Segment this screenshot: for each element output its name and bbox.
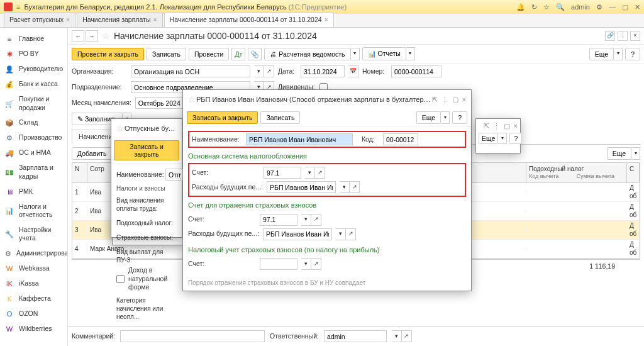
open-icon[interactable]: ↗ [315, 167, 325, 179]
dropdown-arrow[interactable]: ▾ [351, 48, 360, 60]
tax-acct-field[interactable] [260, 258, 297, 270]
sidebar-item[interactable]: 🔧Настройки учета [0, 223, 67, 246]
sidebar-item[interactable]: OOZON [0, 306, 67, 321]
settings-icon[interactable]: ⚙ [596, 3, 602, 11]
open-icon[interactable]: ↗ [350, 181, 360, 193]
dropdown-icon[interactable]: ▾ [336, 228, 346, 240]
attach-icon[interactable]: 📎 [248, 48, 262, 60]
sidebar-item[interactable]: 📊Налоги и отчетность [0, 199, 67, 223]
user-name[interactable]: admin [571, 3, 590, 11]
date-field[interactable] [301, 65, 345, 77]
sidebar-item[interactable]: ✱РО BY [0, 47, 67, 62]
maximize-icon[interactable]: ▢ [622, 3, 628, 11]
more-button[interactable]: Еще [589, 48, 614, 60]
grid-more-button[interactable]: Еще [607, 147, 631, 160]
post-button[interactable]: Провести [189, 48, 229, 60]
close-icon[interactable]: × [325, 16, 328, 25]
sidebar-item[interactable]: ККаффеста [0, 291, 67, 306]
bell-icon[interactable]: 🔔 [516, 3, 525, 11]
help-button[interactable]: ? [452, 111, 467, 124]
back-button[interactable]: ← [72, 30, 84, 42]
dropdown-arrow[interactable]: ▾ [406, 47, 415, 60]
rbp-field[interactable] [267, 181, 336, 193]
dropdown-icon[interactable]: ▾ [254, 65, 264, 77]
sidebar-item[interactable]: 💵Зарплата и кадры [0, 160, 67, 184]
col-tax[interactable]: Подоходный налог [529, 165, 624, 173]
name-field[interactable] [165, 169, 184, 181]
sidebar-item[interactable]: ⚙Производство [0, 130, 67, 145]
maximize-icon[interactable]: ▢ [504, 121, 510, 130]
close-icon[interactable]: × [462, 95, 466, 104]
dropdown-arrow[interactable]: ▾ [498, 133, 507, 144]
close-icon[interactable]: × [153, 16, 157, 25]
sidebar-item[interactable]: 💰Банк и касса [0, 77, 67, 92]
close-doc-icon[interactable]: × [630, 31, 640, 41]
num-field[interactable] [391, 65, 441, 77]
dropdown-arrow[interactable]: ▾ [631, 147, 640, 160]
dropdown-arrow[interactable]: ▾ [614, 48, 623, 60]
help-button[interactable]: ? [625, 48, 640, 60]
menu-icon[interactable]: ≡ [16, 3, 20, 11]
forward-button[interactable]: → [86, 30, 98, 42]
add-button[interactable]: Добавить [72, 147, 112, 160]
maximize-icon[interactable]: ▢ [452, 95, 458, 104]
dropdown-icon[interactable]: ▾ [392, 330, 402, 342]
sidebar-item[interactable]: 🚚ОС и НМА [0, 145, 67, 160]
history-icon[interactable]: ↻ [531, 3, 537, 11]
write-close-button[interactable]: Записать и закрыть [114, 140, 179, 160]
close-icon[interactable]: ✕ [635, 3, 640, 11]
tab-0[interactable]: Расчет отпускных× [4, 13, 75, 27]
tab-1[interactable]: Начисления зарплаты× [77, 13, 162, 27]
payslip-button[interactable]: 🖨 Расчетная ведомость [264, 48, 350, 60]
acct-field[interactable] [264, 167, 301, 179]
code-field[interactable] [383, 133, 418, 145]
sidebar-item[interactable]: 📦Склад [0, 115, 67, 130]
write-button[interactable]: Записать [147, 48, 186, 60]
col-n[interactable]: N [72, 163, 87, 182]
star-icon[interactable]: ☆ [543, 3, 550, 11]
write-button[interactable]: Записать [260, 111, 300, 124]
open-icon[interactable]: ↗ [264, 65, 274, 77]
more-icon[interactable]: ⋮ [618, 31, 628, 41]
open-icon[interactable]: ↗ [346, 228, 356, 240]
help-button[interactable]: ? [509, 133, 522, 144]
sidebar-item[interactable]: 👤Руководителю [0, 62, 67, 77]
open-icon[interactable]: ↗ [402, 330, 412, 342]
sidebar-item[interactable]: iKiKassa [0, 276, 67, 291]
dropdown-icon[interactable]: ▾ [305, 167, 315, 179]
favorite-icon[interactable]: ☆ [188, 94, 196, 105]
search-icon[interactable]: 🔍 [556, 3, 565, 11]
post-close-button[interactable]: Провести и закрыть [72, 48, 144, 60]
sidebar-item[interactable]: WWebkassa [0, 261, 67, 276]
new-window-icon[interactable]: ⇱ [432, 95, 438, 104]
month-field[interactable] [135, 97, 186, 109]
dropdown-arrow[interactable]: ▾ [441, 111, 450, 124]
dropdown-icon[interactable]: ▾ [301, 258, 311, 270]
minimize-icon[interactable]: — [609, 3, 616, 11]
new-window-icon[interactable]: ⇱ [484, 121, 489, 130]
ins-rbp-field[interactable] [263, 228, 332, 240]
open-icon[interactable]: ↗ [311, 214, 321, 226]
dropdown-icon[interactable]: ▾ [340, 181, 350, 193]
sidebar-item[interactable]: 🖥РМК [0, 184, 67, 199]
comment-field[interactable] [120, 330, 265, 342]
tab-2[interactable]: Начисление зарплаты 0000-000114 от 31.10… [164, 13, 334, 27]
sidebar-item[interactable]: WWildberries [0, 321, 67, 337]
resp-field[interactable] [324, 330, 387, 342]
link-icon[interactable]: 🔗 [605, 31, 615, 41]
org-field[interactable] [131, 65, 250, 77]
more-button[interactable]: Еще [416, 111, 441, 124]
sidebar-item[interactable]: ≡Главное [0, 31, 67, 47]
dropdown-icon[interactable]: ▾ [301, 214, 311, 226]
favorite-icon[interactable]: ☆ [102, 30, 110, 42]
more-button[interactable]: Еще [479, 133, 498, 144]
ins-acct-field[interactable] [260, 214, 297, 226]
dt-kt-icon[interactable]: Дт [231, 48, 245, 60]
calendar-icon[interactable]: 📅 [348, 65, 358, 77]
reports-button[interactable]: 📊 Отчеты [362, 47, 406, 60]
name-field[interactable] [246, 133, 353, 145]
sidebar-item[interactable]: ⚙Администрирование [0, 246, 67, 261]
close-icon[interactable]: × [514, 121, 518, 130]
more-icon[interactable]: ⋮ [441, 95, 448, 104]
close-icon[interactable]: × [66, 16, 70, 25]
